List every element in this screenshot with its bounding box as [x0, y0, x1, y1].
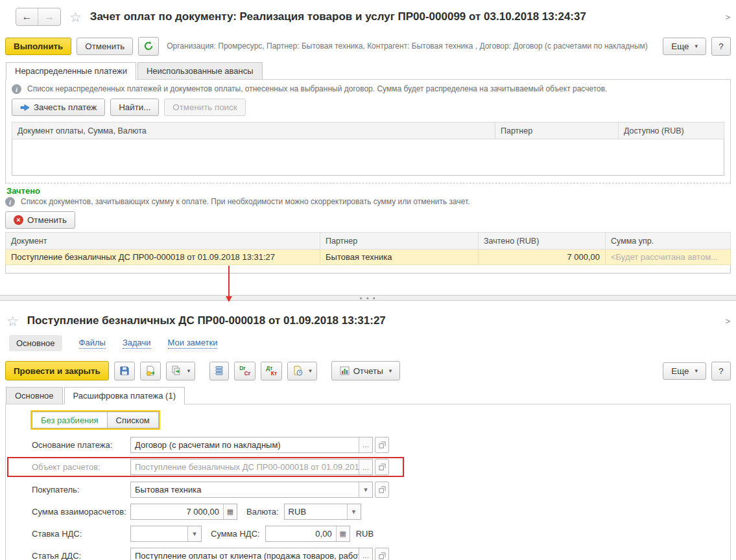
vat-rate-field[interactable]: ▾	[130, 526, 202, 542]
calculator-icon[interactable]: ▦	[336, 526, 350, 541]
chevron-down-icon[interactable]: ▾	[359, 482, 372, 497]
info-icon: i	[5, 197, 15, 207]
nav-item-notes[interactable]: Мои заметки	[168, 338, 218, 349]
chevron-down-icon: ▾	[187, 368, 191, 374]
settlement-object-field[interactable]: Поступление безналичных ДС ПР00-000018 о…	[130, 459, 373, 475]
open-link-icon[interactable]	[375, 548, 389, 560]
column-header[interactable]: Документ	[6, 233, 320, 250]
dr-cr-button[interactable]: DrCr	[234, 362, 255, 380]
cell-partner[interactable]: Бытовая техника	[320, 250, 479, 265]
column-header[interactable]: Документ оплаты, Сумма, Валюта	[12, 122, 495, 139]
document-context-caption: Организация: Промресурс, Партнер: Бытова…	[167, 41, 648, 51]
nav-item-files[interactable]: Файлы	[79, 338, 106, 349]
tab-unused-advances[interactable]: Неиспользованные авансы	[137, 62, 263, 79]
chevron-down-icon[interactable]: ▾	[187, 526, 201, 541]
column-header[interactable]: Зачтено (RUB)	[479, 233, 606, 250]
chevron-down-icon: ▾	[389, 368, 392, 374]
window2-chevron-right-icon[interactable]: >	[725, 316, 730, 326]
column-header[interactable]: Партнер	[320, 233, 479, 250]
cancel-search-button[interactable]: Отменить поиск	[164, 99, 245, 116]
more-button[interactable]: Еще▾	[663, 38, 706, 55]
window1-toolbar: Выполнить Отменить Организация: Промресу…	[5, 36, 731, 56]
chevron-down-icon: ▾	[309, 368, 312, 374]
chevron-down-icon: ▾	[694, 43, 698, 49]
execute-button[interactable]: Выполнить	[5, 38, 71, 55]
cancel-offset-button[interactable]: × Отменить	[5, 211, 75, 229]
payment-basis-row: Основание платежа: Договор (с расчетами …	[32, 436, 730, 453]
cashflow-item-field[interactable]: Поступление оплаты от клиента (продажа т…	[130, 548, 373, 560]
window1-tabs: Нераспределенные платежи Неиспользованны…	[6, 62, 264, 79]
copy-document-arrow-icon	[171, 366, 182, 376]
settlement-amount-row: Сумма взаиморасчетов: 7 000,00 ▦ Валюта:…	[32, 503, 730, 520]
open-link-icon[interactable]	[375, 482, 389, 498]
post-and-close-button[interactable]: Провести и закрыть	[5, 361, 109, 380]
view-toggle: Без разбиения Списком	[30, 410, 160, 430]
favorite-star-icon[interactable]: ☆	[69, 10, 82, 24]
document-log-button[interactable]: ▾	[287, 362, 317, 380]
payment-basis-field[interactable]: Договор (с расчетами по накладным) …	[130, 437, 373, 453]
buyer-field[interactable]: Бытовая техника ▾	[130, 482, 373, 498]
currency-label: Валюта:	[246, 507, 279, 517]
forward-icon[interactable]: →	[38, 8, 60, 25]
payments-info-row: i Список нераспределенных платежей и док…	[12, 84, 724, 94]
choose-ellipsis-icon[interactable]: …	[359, 460, 372, 474]
vat-amount-field[interactable]: 0,00 ▦	[265, 526, 350, 542]
table-row[interactable]: Поступление безналичных ДС ПР00-000018 о…	[6, 250, 731, 265]
create-based-on-button[interactable]: ▾	[166, 362, 196, 380]
dt-kt-icon: ДтКт	[266, 366, 277, 376]
cell-mgmt-amount[interactable]: <Будет рассчитана автом...	[606, 250, 731, 265]
favorite-star-icon[interactable]: ☆	[6, 314, 19, 328]
cell-offset-amount[interactable]: 7 000,00	[479, 250, 606, 265]
tab-main[interactable]: Основное	[6, 387, 63, 404]
payment-basis-label: Основание платежа:	[32, 440, 130, 450]
window1-chevron-right-icon[interactable]: >	[725, 12, 730, 22]
offset-payment-button[interactable]: Зачесть платеж	[12, 99, 105, 116]
help-button[interactable]: ?	[711, 37, 731, 56]
tab-unallocated-payments[interactable]: Нераспределенные платежи	[6, 62, 136, 79]
report-chart-icon	[340, 366, 350, 375]
cell-document[interactable]: Поступление безналичных ДС ПР00-000018 о…	[6, 250, 320, 265]
offset-documents-table: Документ Партнер Зачтено (RUB) Сумма упр…	[5, 232, 731, 274]
open-link-icon[interactable]	[375, 459, 389, 475]
empty-table-body[interactable]	[6, 265, 731, 274]
column-header[interactable]: Доступно (RUB)	[619, 122, 724, 139]
buyer-row: Покупатель: Бытовая техника ▾	[32, 481, 730, 498]
help-button[interactable]: ?	[711, 362, 731, 380]
chevron-down-icon[interactable]: ▾	[347, 504, 361, 519]
reports-button[interactable]: Отчеты ▾	[331, 361, 401, 380]
nav-item-tasks[interactable]: Задачи	[123, 338, 151, 349]
more-button[interactable]: Еще▾	[663, 362, 706, 380]
refresh-icon	[143, 41, 154, 51]
nav-item-main[interactable]: Основное	[9, 335, 62, 351]
dt-kt-button[interactable]: ДтКт	[261, 362, 282, 380]
window2-header: ☆ Поступление безналичных ДС ПР00-000018…	[6, 310, 730, 331]
vat-amount-label: Сумма НДС:	[211, 529, 260, 539]
empty-table-body[interactable]	[12, 139, 724, 176]
refresh-button[interactable]	[138, 37, 159, 56]
save-button[interactable]	[114, 362, 135, 380]
cashflow-item-label: Статья ДДС:	[32, 551, 130, 560]
choose-ellipsis-icon[interactable]: …	[359, 548, 372, 560]
settlement-object-row-highlighted: Объект расчетов: Поступление безналичных…	[7, 457, 404, 477]
window2-tabs: Основное Расшифровка платежа (1)	[6, 387, 186, 404]
window2-title: Поступление безналичных ДС ПР00-000018 о…	[27, 314, 386, 327]
post-document-button[interactable]	[140, 362, 161, 380]
currency-field[interactable]: RUB ▾	[284, 504, 361, 520]
red-pointer-arrow	[228, 266, 230, 300]
settlement-amount-field[interactable]: 7 000,00 ▦	[130, 504, 237, 520]
window-splitter[interactable]: ● ● ●	[0, 295, 736, 301]
cancel-button[interactable]: Отменить	[77, 38, 133, 55]
dr-cr-icon: DrCr	[239, 366, 250, 376]
offset-info-text: Список документов, зачитывающих сумму к …	[21, 197, 470, 207]
column-header[interactable]: Сумма упр.	[606, 233, 731, 250]
open-link-icon[interactable]	[375, 437, 389, 453]
tab-payment-details[interactable]: Расшифровка платежа (1)	[64, 387, 185, 404]
choose-ellipsis-icon[interactable]: …	[359, 438, 372, 452]
find-button[interactable]: Найти...	[110, 99, 159, 116]
register-records-button[interactable]	[209, 362, 229, 380]
toggle-as-list[interactable]: Списком	[107, 412, 159, 428]
toggle-no-split[interactable]: Без разбиения	[32, 412, 107, 428]
column-header[interactable]: Партнер	[495, 122, 619, 139]
calculator-icon[interactable]: ▦	[223, 504, 237, 519]
back-icon[interactable]: ←	[16, 8, 38, 25]
